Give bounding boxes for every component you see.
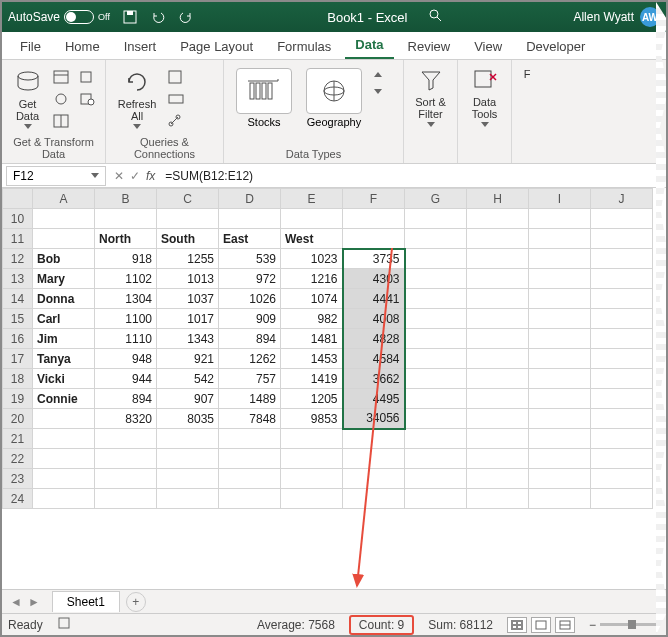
row-header-12[interactable]: 12 (3, 249, 33, 269)
cell-D10[interactable] (219, 209, 281, 229)
cell-J15[interactable] (591, 309, 653, 329)
enter-icon[interactable]: ✓ (130, 169, 140, 183)
tab-insert[interactable]: Insert (114, 33, 167, 59)
cell-E23[interactable] (281, 469, 343, 489)
view-page-break-icon[interactable] (555, 617, 575, 633)
cell-D24[interactable] (219, 489, 281, 509)
cell-H15[interactable] (467, 309, 529, 329)
cell-C11[interactable]: South (157, 229, 219, 249)
cell-H11[interactable] (467, 229, 529, 249)
tab-home[interactable]: Home (55, 33, 110, 59)
cell-F12[interactable]: 3735 (343, 249, 405, 269)
cell-I10[interactable] (529, 209, 591, 229)
cell-I24[interactable] (529, 489, 591, 509)
cell-E22[interactable] (281, 449, 343, 469)
cell-G12[interactable] (405, 249, 467, 269)
cell-A21[interactable] (33, 429, 95, 449)
cell-D12[interactable]: 539 (219, 249, 281, 269)
cell-B22[interactable] (95, 449, 157, 469)
cell-I12[interactable] (529, 249, 591, 269)
accessibility-icon[interactable] (57, 616, 71, 633)
cell-E19[interactable]: 1205 (281, 389, 343, 409)
cell-H23[interactable] (467, 469, 529, 489)
cancel-icon[interactable]: ✕ (114, 169, 124, 183)
cell-A17[interactable]: Tanya (33, 349, 95, 369)
tab-file[interactable]: File (10, 33, 51, 59)
row-header-13[interactable]: 13 (3, 269, 33, 289)
cell-B21[interactable] (95, 429, 157, 449)
row-header-10[interactable]: 10 (3, 209, 33, 229)
cell-G18[interactable] (405, 369, 467, 389)
cell-D13[interactable]: 972 (219, 269, 281, 289)
cell-I21[interactable] (529, 429, 591, 449)
cell-J19[interactable] (591, 389, 653, 409)
redo-icon[interactable] (176, 8, 196, 26)
cell-G23[interactable] (405, 469, 467, 489)
cell-I14[interactable] (529, 289, 591, 309)
row-header-16[interactable]: 16 (3, 329, 33, 349)
save-icon[interactable] (120, 8, 140, 26)
col-header-G[interactable]: G (405, 189, 467, 209)
cell-B11[interactable]: North (95, 229, 157, 249)
cell-B18[interactable]: 944 (95, 369, 157, 389)
cell-D21[interactable] (219, 429, 281, 449)
tab-developer[interactable]: Developer (516, 33, 595, 59)
cell-C13[interactable]: 1013 (157, 269, 219, 289)
tab-page-layout[interactable]: Page Layout (170, 33, 263, 59)
geography-button[interactable]: Geography (302, 64, 366, 128)
cell-A20[interactable] (33, 409, 95, 429)
cell-I17[interactable] (529, 349, 591, 369)
forecast-button[interactable]: F (520, 64, 534, 80)
cell-D11[interactable]: East (219, 229, 281, 249)
cell-B10[interactable] (95, 209, 157, 229)
cell-A16[interactable]: Jim (33, 329, 95, 349)
col-header-I[interactable]: I (529, 189, 591, 209)
cell-B13[interactable]: 1102 (95, 269, 157, 289)
cell-E17[interactable]: 1453 (281, 349, 343, 369)
col-header-H[interactable]: H (467, 189, 529, 209)
row-header-23[interactable]: 23 (3, 469, 33, 489)
cell-G24[interactable] (405, 489, 467, 509)
cell-F23[interactable] (343, 469, 405, 489)
formula-input[interactable]: =SUM(B12:E12) (161, 169, 666, 183)
get-data-button[interactable]: GetData (10, 64, 45, 129)
scroll-down-icon[interactable] (374, 89, 382, 94)
row-header-24[interactable]: 24 (3, 489, 33, 509)
cell-F10[interactable] (343, 209, 405, 229)
zoom-out-icon[interactable]: − (589, 618, 596, 632)
cell-I22[interactable] (529, 449, 591, 469)
cell-H22[interactable] (467, 449, 529, 469)
cell-C12[interactable]: 1255 (157, 249, 219, 269)
from-web-icon[interactable] (51, 90, 71, 108)
cell-A22[interactable] (33, 449, 95, 469)
cell-H16[interactable] (467, 329, 529, 349)
sheet-next-icon[interactable]: ► (28, 595, 40, 609)
edit-links-icon[interactable] (166, 112, 186, 130)
cell-C21[interactable] (157, 429, 219, 449)
search-icon[interactable] (429, 10, 442, 25)
user-area[interactable]: Allen Wyatt AW (573, 7, 660, 27)
cell-J16[interactable] (591, 329, 653, 349)
cell-A24[interactable] (33, 489, 95, 509)
cell-C18[interactable]: 542 (157, 369, 219, 389)
cell-B12[interactable]: 918 (95, 249, 157, 269)
cell-A14[interactable]: Donna (33, 289, 95, 309)
cell-G13[interactable] (405, 269, 467, 289)
view-normal-icon[interactable] (507, 617, 527, 633)
cell-J12[interactable] (591, 249, 653, 269)
cell-J21[interactable] (591, 429, 653, 449)
cell-B16[interactable]: 1110 (95, 329, 157, 349)
row-header-20[interactable]: 20 (3, 409, 33, 429)
sheet-prev-icon[interactable]: ◄ (10, 595, 22, 609)
row-header-14[interactable]: 14 (3, 289, 33, 309)
data-tools-button[interactable]: DataTools (466, 64, 503, 127)
cell-F11[interactable] (343, 229, 405, 249)
cell-B15[interactable]: 1100 (95, 309, 157, 329)
grid[interactable]: ABCDEFGHIJ1011NorthSouthEastWest12Bob918… (2, 188, 666, 509)
cell-A11[interactable] (33, 229, 95, 249)
cell-H18[interactable] (467, 369, 529, 389)
cell-A19[interactable]: Connie (33, 389, 95, 409)
col-header-A[interactable]: A (33, 189, 95, 209)
tab-formulas[interactable]: Formulas (267, 33, 341, 59)
col-header-E[interactable]: E (281, 189, 343, 209)
